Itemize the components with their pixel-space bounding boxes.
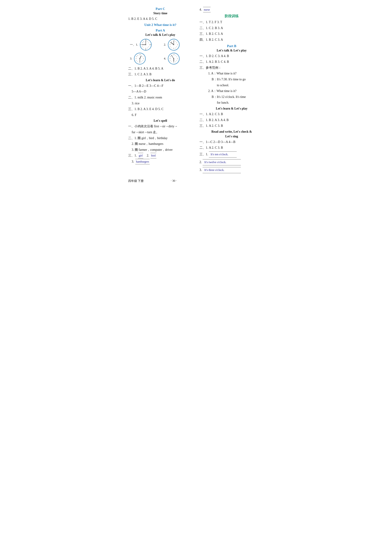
spell-row2: 二、1. 圈 girl，bird，birthday <box>128 135 192 141</box>
row2-ans: 二、1. B 2. A 3. A 4. B 5. A <box>128 66 192 71</box>
clock4-svg: 12 3 6 9 1 2 4 5 7 8 10 11 <box>167 52 180 65</box>
svg-text:8: 8 <box>170 60 170 61</box>
spell-row3-ans1: girl <box>138 153 143 158</box>
svg-text:6: 6 <box>145 48 146 49</box>
svg-text:10: 10 <box>170 56 171 57</box>
rw-row2: 二、1. A 2. C 3. B <box>200 145 264 150</box>
learn-row1b: 5—A 6—D <box>132 89 192 94</box>
dialog1-a2: to school. <box>217 83 264 88</box>
page-number: · 30 · <box>144 179 204 183</box>
jd-row3: 三、1. B 2. C 3. A <box>200 31 264 36</box>
jd-row1: 一、1. T 2. F 3. T <box>200 19 264 25</box>
svg-text:2: 2 <box>176 56 177 57</box>
learn-row3: 三、1. B 2. A 3. E 4. D 5. C <box>128 106 192 112</box>
rw-row3-ans2: It's twelve o'clock. <box>203 159 241 165</box>
grade-label: 四年级 下册 <box>128 179 144 183</box>
svg-text:11: 11 <box>171 41 172 42</box>
rw-row3-ans3: It's three o'clock. <box>203 167 241 173</box>
row3-ans: 三、1. C 2. A 3. B <box>128 72 192 77</box>
svg-text:3: 3 <box>177 58 178 59</box>
dialog1-q: 1. A：What time is it? <box>208 71 264 76</box>
svg-text:11: 11 <box>143 41 144 42</box>
svg-text:7: 7 <box>171 61 172 62</box>
story-time-title: Story time <box>128 11 192 15</box>
learn-row2: 二、1. milk 2. music room <box>128 95 192 100</box>
jd-row2: 二、1. C 2. B 3. A <box>200 25 264 31</box>
rw-row1: 一、1—C 2—D 3—A 4—B <box>200 139 264 145</box>
part-b-title: Part B <box>200 44 264 48</box>
svg-text:5: 5 <box>141 61 142 62</box>
svg-text:12: 12 <box>173 40 174 42</box>
clock3-svg: 12 3 6 9 1 2 4 5 7 8 10 11 <box>134 52 146 65</box>
clock-item-3: 3. 12 3 6 9 1 2 4 5 7 8 10 11 <box>130 52 159 65</box>
svg-text:10: 10 <box>142 42 143 43</box>
svg-text:5: 5 <box>175 47 176 48</box>
dialog2-a1: B：It's 12 o'clock. It's time <box>212 94 264 100</box>
svg-text:5: 5 <box>175 61 176 62</box>
svg-text:8: 8 <box>142 46 142 47</box>
svg-text:9: 9 <box>136 58 136 59</box>
svg-text:8: 8 <box>170 46 170 47</box>
svg-text:7: 7 <box>171 47 172 48</box>
page-footer: 四年级 下册 · 30 · <box>128 179 264 183</box>
item4: 4. nurse <box>200 7 264 12</box>
clock-item-1: 一、1. 12 3 6 9 <box>130 38 159 51</box>
dialog2-a2: for lunch. <box>217 100 264 105</box>
svg-text:3: 3 <box>143 58 144 59</box>
clock4-prefix: 4. <box>164 57 166 60</box>
svg-text:3: 3 <box>177 44 178 45</box>
unit2-header: Unit 2 What time is it? <box>128 23 192 27</box>
item4-ans: nurse <box>203 7 211 12</box>
spell-row3b-ans: hamburgers <box>135 159 150 164</box>
spell-row3b: 3. hamburgers <box>132 159 192 164</box>
lets-sing-title: Let's sing <box>200 135 264 138</box>
svg-text:11: 11 <box>137 55 138 56</box>
svg-text:10: 10 <box>170 42 171 43</box>
spell-row3-label: 三、1. <box>128 154 137 157</box>
rw-row3-2label: 2. <box>200 160 202 164</box>
svg-text:9: 9 <box>170 44 170 45</box>
clock2-prefix: 2. <box>164 43 166 46</box>
svg-text:1: 1 <box>175 55 176 56</box>
clock-item-2: 2. 12 3 6 9 1 2 4 5 7 8 10 11 <box>164 38 192 51</box>
clock2-svg: 12 3 6 9 1 2 4 5 7 8 10 11 <box>167 38 180 51</box>
svg-text:8: 8 <box>136 60 136 61</box>
page-container: Part C Story time 1. B 2. E 3. A 4. D 5.… <box>128 7 264 174</box>
learn-row1: 一、1—B 2—E 3—C 4—F <box>128 83 192 88</box>
svg-text:6: 6 <box>173 48 174 49</box>
rw-row3-ans: It's ten o'clock. <box>209 151 237 157</box>
svg-text:9: 9 <box>170 58 170 59</box>
left-column: Part C Story time 1. B 2. E 3. A 4. D 5.… <box>128 7 192 174</box>
svg-text:12: 12 <box>173 54 174 55</box>
spell-row2c: 3. 圈 farmer，computer，driver <box>132 147 192 152</box>
rw-row3: 三、1. It's ten o'clock. <box>200 151 264 157</box>
svg-text:1: 1 <box>141 55 142 56</box>
lp-row1: 一、1. A 2. C 3. B <box>200 112 264 117</box>
clock3-prefix: 3. <box>130 57 132 60</box>
svg-text:6: 6 <box>173 62 174 63</box>
clock-item-4: 4. 12 3 6 9 1 2 4 5 7 8 10 11 <box>164 52 192 65</box>
rw-row3-label: 三、1. <box>200 152 208 156</box>
svg-text:1: 1 <box>147 41 148 42</box>
spell-row3b-label: 3. <box>132 160 134 163</box>
spell-row3-ans2: bird <box>150 153 156 158</box>
b-row1: 一、1. D 2. C 3. A 4. B <box>200 53 264 59</box>
lets-talk-play-b-title: Let's talk & Let's play <box>200 49 264 52</box>
rw-row3-3label: 3. <box>200 168 202 172</box>
lp-row2: 二、1. B 2. A 3. A 4. B <box>200 117 264 123</box>
svg-text:12: 12 <box>139 54 141 55</box>
part-a-title: Part A <box>128 28 192 32</box>
spell-row3-2label: 2. <box>147 154 149 157</box>
lets-learn-play-title: Let's learn & Let's play <box>200 107 264 110</box>
part-c-title: Part C <box>128 7 192 11</box>
spell-row2b: 2. 圈 nurse，hamburgers <box>132 141 192 147</box>
spell-row3: 三、1. girl 2. bird <box>128 153 192 158</box>
svg-text:7: 7 <box>143 47 143 48</box>
svg-text:5: 5 <box>147 47 148 48</box>
svg-text:12: 12 <box>145 40 147 42</box>
right-column: 4. nurse 阶段训练 一、1. T 2. F 3. T 二、1. C 2.… <box>200 7 264 174</box>
dialog1-a1: B：It's 7:30. It's time to go <box>212 77 264 82</box>
lets-talk-play-title: Let's talk & Let's play <box>128 33 192 37</box>
svg-text:2: 2 <box>148 42 149 43</box>
b-row3: 三、参考范例： <box>200 65 264 70</box>
